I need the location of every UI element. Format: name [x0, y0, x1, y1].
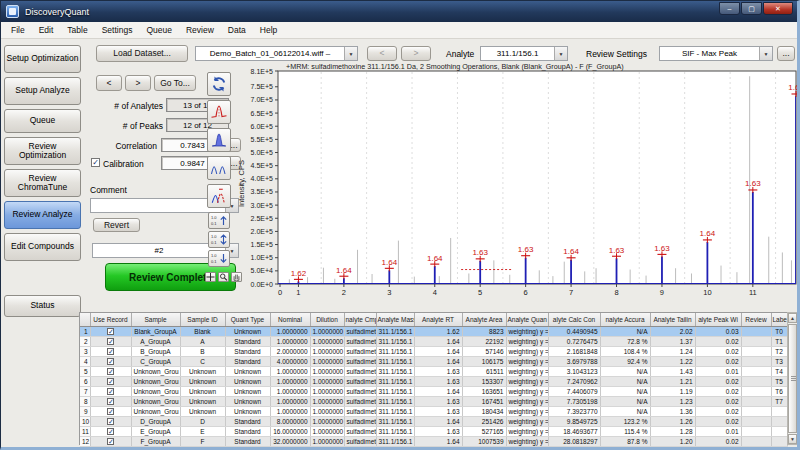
- overlay-peaks-button[interactable]: [207, 184, 231, 208]
- dual-peaks-button[interactable]: [207, 156, 231, 180]
- use-record-checkbox[interactable]: ✓: [90, 386, 131, 396]
- cell-analyte-accuracy: 108.4 %: [600, 346, 650, 356]
- sidebar-item-queue[interactable]: Queue: [4, 109, 81, 133]
- column-header-analyte-tailing[interactable]: Analyte Tailin: [650, 313, 695, 326]
- y-scale-auto-button[interactable]: 1.00.1: [208, 231, 230, 248]
- table-row[interactable]: 12✓F_GroupAFStandard32.00000001.0000000s…: [80, 436, 787, 446]
- menu-file[interactable]: File: [4, 23, 32, 37]
- column-header-analyte-mass[interactable]: Analyte Mass: [376, 313, 414, 326]
- scroll-thumb[interactable]: [788, 324, 797, 433]
- scroll-up-button[interactable]: ▲: [788, 313, 797, 323]
- menu-settings[interactable]: Settings: [95, 23, 140, 37]
- analyte-select[interactable]: 311.1/156.1 ▼: [480, 46, 568, 61]
- y-tick-label: 6.0E+5: [251, 123, 273, 130]
- use-record-checkbox[interactable]: ✓: [90, 396, 131, 406]
- column-header-dilution[interactable]: Dilution: [310, 313, 344, 326]
- table-row[interactable]: 9✓Unknown_GrouUnknownUnknown1.00000001.0…: [80, 406, 787, 416]
- close-button[interactable]: ✕: [763, 2, 793, 15]
- goto-button[interactable]: Go To...: [154, 75, 196, 91]
- use-record-checkbox[interactable]: ✓: [90, 326, 131, 336]
- use-record-checkbox[interactable]: ✓: [90, 376, 131, 386]
- column-header-analyte-quan[interactable]: Analyte Quan: [506, 313, 548, 326]
- peak-rt-label: 1.64: [563, 247, 579, 256]
- chromatogram-chart[interactable]: 1.621.641.641.641.631.631.641.631.631.64…: [237, 61, 800, 306]
- menu-review[interactable]: Review: [179, 23, 221, 37]
- dataset-select[interactable]: Demo_Batch_01_06122014.wiff – ▼: [195, 46, 358, 61]
- sidebar-item-review-chromatune[interactable]: Review ChromaTune: [4, 169, 81, 197]
- column-header-sample[interactable]: Sample: [131, 313, 180, 326]
- menu-table[interactable]: Table: [60, 23, 94, 37]
- refresh-button[interactable]: [207, 72, 231, 96]
- next-analyte-button[interactable]: >: [125, 75, 151, 91]
- sidebar-item-review-analyze[interactable]: Review Analyze: [4, 201, 81, 229]
- column-header-quant-type[interactable]: Quant Type: [225, 313, 270, 326]
- column-header-use-record[interactable]: Use Record: [90, 313, 131, 326]
- dropdown-arrow-icon[interactable]: ▼: [344, 47, 357, 60]
- use-record-checkbox[interactable]: ✓: [90, 426, 131, 436]
- table-row[interactable]: 10✓D_GroupADStandard8.00000001.0000000su…: [80, 416, 787, 426]
- review-complete-button[interactable]: Review Complete: [105, 263, 236, 291]
- table-vscroll[interactable]: ▲ ▼: [787, 312, 798, 445]
- zoom-tool-button[interactable]: [218, 272, 229, 282]
- sidebar-item-edit-compounds[interactable]: Edit Compounds: [4, 233, 81, 261]
- sidebar-item-review-optimization[interactable]: Review Optimization: [4, 137, 81, 165]
- scroll-down-button[interactable]: ▼: [788, 434, 797, 444]
- column-header-analyte-peak-width[interactable]: alyte Peak Wi: [695, 313, 741, 326]
- prev-analyte-button[interactable]: <: [96, 75, 122, 91]
- table-row[interactable]: 6✓Unknown_GrouUnknownUnknown1.00000001.0…: [80, 376, 787, 386]
- revert-button[interactable]: Revert: [93, 218, 140, 232]
- cell-analyte-cmpd: sulfadimethoxine: [344, 426, 376, 436]
- minimize-button[interactable]: –: [719, 2, 740, 15]
- table-row[interactable]: 11✓E_GroupAEStandard16.00000001.0000000s…: [80, 426, 787, 436]
- table-row[interactable]: 7✓Unknown_GrouUnknownUnknown1.00000001.0…: [80, 386, 787, 396]
- use-record-checkbox[interactable]: ✓: [90, 346, 131, 356]
- column-header-analyte-rt[interactable]: Analyte RT: [414, 313, 462, 326]
- prev-dataset-button[interactable]: <: [367, 46, 397, 61]
- column-header-analyte-accuracy[interactable]: nalyte Accura: [600, 313, 650, 326]
- next-dataset-button[interactable]: >: [401, 46, 431, 61]
- use-record-checkbox[interactable]: ✓: [90, 416, 131, 426]
- cell-sample-id: Blank: [180, 326, 225, 336]
- table-row[interactable]: 3✓B_GroupABStandard2.00000001.0000000sul…: [80, 346, 787, 356]
- peak-rt-label: 1.64: [336, 266, 352, 275]
- use-record-checkbox[interactable]: ✓: [90, 366, 131, 376]
- sidebar-item-setup-optimization[interactable]: Setup Optimization: [4, 45, 81, 73]
- menu-help[interactable]: Help: [253, 23, 284, 37]
- calibration-checkbox[interactable]: ✓: [91, 158, 100, 167]
- y-tick-label: 4.5E+5: [251, 162, 273, 169]
- table-row[interactable]: 2✓A_GroupAAStandard1.00000001.0000000sul…: [80, 336, 787, 346]
- column-header-analyte-cmpd[interactable]: nalyte Cmpd: [344, 313, 376, 326]
- column-header-label[interactable]: Labe: [771, 313, 787, 326]
- use-record-checkbox[interactable]: ✓: [90, 436, 131, 446]
- menu-data[interactable]: Data: [221, 23, 253, 37]
- use-record-checkbox[interactable]: ✓: [90, 406, 131, 416]
- calibration-label: Calibration: [103, 159, 144, 169]
- cell-analyte-calc-conc: 9.8549725: [548, 416, 600, 426]
- table-row[interactable]: 5✓Unknown_GrouUnknownUnknown1.00000001.0…: [80, 366, 787, 376]
- sidebar-item-setup-analyze[interactable]: Setup Analyze: [4, 77, 81, 105]
- crosshair-tool-button[interactable]: [205, 272, 216, 282]
- column-header-nominal[interactable]: Nominal: [270, 313, 310, 326]
- menu-edit[interactable]: Edit: [32, 23, 61, 37]
- column-header-analyte-calc-conc[interactable]: alyte Calc Con: [548, 313, 600, 326]
- sidebar-item-status[interactable]: Status: [4, 295, 81, 317]
- maximize-button[interactable]: ▢: [741, 2, 762, 15]
- fill-peak-button[interactable]: [207, 128, 231, 152]
- review-settings-select[interactable]: SIF - Max Peak ▼: [659, 46, 773, 61]
- use-record-checkbox[interactable]: ✓: [90, 356, 131, 366]
- column-header-analyte-area[interactable]: Analyte Area: [462, 313, 506, 326]
- y-scale-up-button[interactable]: 1.00.1: [208, 212, 230, 229]
- column-header-review[interactable]: Review: [741, 313, 771, 326]
- table-row[interactable]: 8✓Unknown_GrouUnknownUnknown1.00000001.0…: [80, 396, 787, 406]
- show-peak-button[interactable]: [207, 100, 231, 124]
- menu-queue[interactable]: Queue: [139, 23, 179, 37]
- y-scale-down-button[interactable]: 1.00.1: [208, 250, 230, 267]
- dropdown-arrow-icon[interactable]: ▼: [759, 47, 772, 60]
- load-dataset-button[interactable]: Load Dataset...: [96, 45, 188, 62]
- table-row[interactable]: 4✓C_GroupACStandard4.00000001.0000000sul…: [80, 356, 787, 366]
- column-header-sample-id[interactable]: Sample ID: [180, 313, 225, 326]
- dropdown-arrow-icon[interactable]: ▼: [554, 47, 567, 60]
- review-settings-more-button[interactable]: ...: [777, 46, 795, 61]
- table-row[interactable]: 1✓Blank_GroupABlankUnknown1.00000001.000…: [80, 326, 787, 336]
- use-record-checkbox[interactable]: ✓: [90, 336, 131, 346]
